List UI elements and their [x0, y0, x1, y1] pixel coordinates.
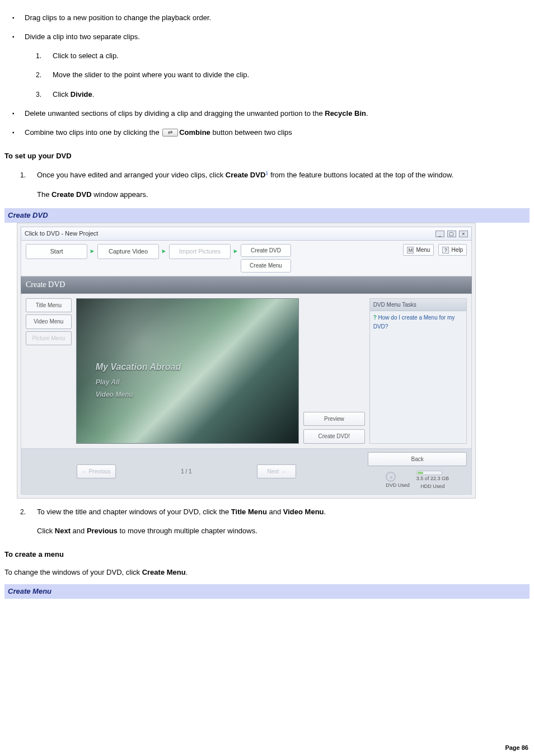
text: window appears.: [92, 190, 148, 199]
video-menu-keyword: Video Menu: [283, 508, 324, 516]
preview-video-menu[interactable]: Video Menu: [96, 389, 133, 400]
divide-step-3: 3. Click Divide.: [36, 89, 530, 100]
text: Click: [37, 527, 55, 535]
tab-video-menu[interactable]: Video Menu: [26, 314, 72, 329]
text: to move through multiple chapter windows…: [118, 527, 257, 535]
divide-step-1: 1.Click to select a clip.: [36, 50, 530, 62]
text: Drag clips to a new position to change t…: [25, 13, 211, 22]
text: button between two clips: [210, 128, 292, 137]
dvd-preview: My Vacation Abroad Play All Video Menu: [76, 298, 299, 444]
text: .: [324, 508, 326, 516]
text: and: [267, 508, 283, 516]
tab-picture-menu: Picture Menu: [26, 331, 72, 346]
chevron-right-icon: ▸: [87, 244, 97, 258]
window-title: Click to DVD - New Project: [25, 229, 98, 238]
help-button[interactable]: ?Help: [438, 244, 467, 256]
bullet-delete: Delete unwanted sections of clips by div…: [9, 108, 530, 119]
back-button[interactable]: Back: [368, 452, 467, 467]
pager-next: Next →: [257, 464, 296, 479]
crumb-import-pictures: Import Pictures: [169, 244, 231, 259]
next-keyword: Next: [55, 527, 71, 535]
task-pane: DVD Menu Tasks How do I create a Menu fo…: [369, 298, 467, 444]
usage-status: DVD Used 3.5 of 22.3 GB HDD Used: [368, 471, 467, 491]
title-menu-keyword: Title Menu: [231, 508, 267, 516]
window-controls: _ ▢ ×: [434, 229, 468, 238]
window-titlebar: Click to DVD - New Project _ ▢ ×: [21, 227, 472, 241]
tab-title-menu[interactable]: Title Menu: [26, 298, 72, 313]
pager: ← Previous 1 / 1 Next →: [77, 464, 297, 479]
hdd-stat: 3.5 of 22.3 GB: [416, 475, 449, 483]
text: Click to select a clip.: [53, 51, 119, 60]
help-glyph-icon: ?: [442, 247, 449, 253]
text: Once you have edited and arranged your v…: [37, 171, 226, 179]
minimize-icon[interactable]: _: [435, 231, 444, 237]
hdd-bar-icon: [416, 471, 442, 475]
bullet-combine: Combine two clips into one by clicking t…: [9, 127, 530, 138]
setup-step-1: 1. Once you have edited and arranged you…: [20, 170, 530, 200]
recycle-bin-keyword: Recycle Bin: [325, 109, 366, 118]
crumb-create-dvd[interactable]: Create DVD: [241, 244, 291, 257]
create-dvd-button[interactable]: Create DVD!: [303, 429, 365, 444]
create-menu-body: To change the windows of your DVD, click…: [4, 567, 530, 578]
divide-keyword: Divide: [71, 90, 92, 98]
create-dvd-keyword: Create DVD: [226, 171, 266, 179]
text: Combine two clips into one by clicking t…: [25, 128, 161, 137]
text: Divide a clip into two separate clips.: [25, 32, 140, 41]
bullet-divide: Divide a clip into two separate clips. 1…: [9, 31, 530, 100]
combine-keyword: Combine: [179, 128, 210, 137]
section-title: Create DVD: [21, 276, 472, 294]
create-menu-keyword: Create Menu: [142, 568, 186, 576]
text: .: [186, 568, 188, 576]
pager-count: 1 / 1: [121, 467, 252, 476]
combine-icon: [162, 129, 178, 137]
breadcrumb: Start ▸ Capture Video ▸ Import Pictures …: [21, 241, 472, 276]
chevron-right-icon: ▸: [159, 244, 169, 258]
setup-result: The Create DVD window appears.: [37, 189, 530, 200]
text: .: [92, 90, 95, 98]
heading-setup-dvd: To set up your DVD: [4, 151, 530, 162]
heading-create-menu: To create a menu: [4, 549, 530, 560]
text: .: [366, 109, 368, 118]
crumb-start[interactable]: Start: [26, 244, 87, 259]
close-icon[interactable]: ×: [459, 231, 468, 237]
bullet-drag: Drag clips to a new position to change t…: [9, 12, 530, 24]
text: Click: [53, 90, 71, 98]
text: To change the windows of your DVD, click: [4, 568, 142, 576]
setup-step-2: 2. To view the title and chapter windows…: [20, 506, 530, 537]
figure-caption-create-menu: Create Menu: [4, 584, 530, 599]
setup-step-2-note: Click Next and Previous to move through …: [37, 525, 530, 537]
crumb-capture-video[interactable]: Capture Video: [97, 244, 159, 259]
preview-play-all[interactable]: Play All: [96, 377, 120, 388]
task-pane-link[interactable]: How do I create a Menu for my DVD?: [370, 311, 466, 333]
preview-button[interactable]: Preview: [303, 412, 365, 426]
previous-keyword: Previous: [87, 527, 118, 535]
hdd-used-label: HDD Used: [416, 483, 449, 491]
disc-icon: [386, 472, 396, 482]
text: and: [71, 527, 87, 535]
menu-glyph-icon: M: [407, 247, 414, 253]
text: Move the slider to the point where you w…: [53, 71, 249, 79]
chevron-right-icon: ▸: [231, 244, 241, 258]
divide-step-2: 2.Move the slider to the point where you…: [36, 69, 530, 81]
text: Delete unwanted sections of clips by div…: [25, 109, 325, 118]
screenshot-create-dvd: Click to DVD - New Project _ ▢ × Start ▸…: [17, 223, 476, 499]
task-pane-header: DVD Menu Tasks: [370, 299, 466, 312]
create-dvd-keyword: Create DVD: [51, 190, 92, 199]
dvd-used-label: DVD Used: [386, 482, 410, 490]
pager-previous: ← Previous: [77, 464, 116, 479]
menu-button[interactable]: MMenu: [403, 244, 434, 256]
figure-caption-create-dvd: Create DVD: [4, 208, 530, 223]
crumb-create-menu[interactable]: Create Menu: [241, 259, 291, 273]
text: To view the title and chapter windows of…: [37, 508, 231, 516]
preview-title: My Vacation Abroad: [96, 360, 181, 374]
maximize-icon[interactable]: ▢: [447, 231, 456, 237]
text: from the feature buttons located at the …: [268, 171, 453, 179]
text: The: [37, 190, 51, 199]
